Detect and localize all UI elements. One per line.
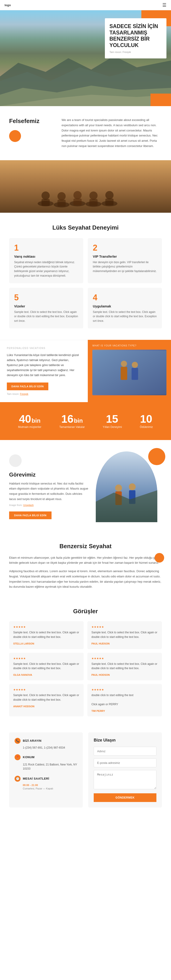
contact-name-input[interactable] — [94, 747, 157, 756]
luxury-card-title-3: Vizeler — [14, 304, 78, 308]
stat-4-number: 10 — [140, 414, 152, 425]
svg-rect-20 — [92, 350, 166, 394]
hero-background: SADECE SİZİN İÇİN TASARLANMIŞ BENZERSİZ … — [0, 10, 171, 106]
unique-text-2: Adipiscing faucibus et ultrices. Lorem a… — [9, 569, 162, 590]
stat-3-number: 15 — [106, 414, 118, 425]
philosophy-title: Felsefemiz — [9, 118, 50, 125]
mission-text: Habitant morbi tristique senectus et. Ne… — [9, 481, 89, 502]
luxury-num-2: 2 — [93, 243, 157, 253]
luxury-card-4: 4 Uygulamak Sample text. Click to select… — [88, 288, 162, 328]
test-stars-3: ★★★★★ — [13, 657, 79, 660]
mission-btn[interactable]: DAHA FAZLA BİLGİ EDİN — [9, 511, 52, 519]
svg-rect-24 — [131, 368, 138, 380]
hours-label: 09:00 - 21:00 — [23, 784, 77, 786]
luxury-section: Lüks Seyahat Deneyimi 1 Varış noktası Se… — [0, 213, 171, 340]
luxury-card-1: 1 Varış noktası Seyahat etmeyi neden ist… — [9, 238, 83, 283]
stat-1-unit: bin — [32, 417, 41, 424]
contact-email-input[interactable] — [94, 758, 157, 767]
luxury-num-3: 5 — [14, 293, 78, 302]
test-name-3: OLGA IVANOVA — [13, 673, 79, 676]
mission-credit: Image from: Unsplash — [9, 504, 89, 506]
hamburger-icon[interactable]: ☰ — [162, 2, 166, 8]
location-section: 📍 KONUM 121 Rock Caldesi, 21 Balboni, Ne… — [14, 754, 77, 771]
personalized-right-tag: WHAT IS YOUR VACATIONS TYPE? — [92, 344, 166, 347]
test-text-5: Sample text. Click to select the text bo… — [13, 693, 79, 702]
contact-message-input[interactable] — [94, 770, 157, 789]
hero-subtitle: Tam rexon: Freepik — [109, 51, 162, 53]
philosophy-left: Felsefemiz — [9, 118, 50, 142]
test-card-2: ★★★★★ Sample text. Click to select the t… — [87, 621, 162, 649]
test-text-2: Sample text. Click to select the text bo… — [92, 630, 158, 640]
svg-rect-7 — [41, 199, 50, 206]
group-photo — [0, 160, 171, 213]
svg-point-9 — [57, 192, 66, 200]
luxury-card-title-1: Varış noktası — [14, 255, 78, 258]
luxury-card-3: 5 Vizeler Sample text. Click to select t… — [9, 288, 83, 328]
philosophy-circle — [9, 130, 21, 142]
contact-form-title: Bize Ulaşın — [94, 738, 157, 743]
svg-point-23 — [132, 362, 138, 368]
luxury-card-title-2: VIP Transferler — [93, 255, 157, 258]
phone-icon: 📞 — [14, 738, 21, 744]
personalized-left: PERSONALIZED VACATIONS Lüks Yunanistan'd… — [0, 340, 88, 402]
test-text-6: double click to start editing the textCl… — [92, 693, 158, 706]
mission-credit-link[interactable]: Unsplash — [23, 504, 34, 506]
mission-image — [96, 452, 157, 522]
address-text: 121 Rock Caldesi, 21 Balboni, New York, … — [14, 762, 77, 771]
personalized-credit-link[interactable]: Freepik — [20, 393, 28, 395]
logo: logo — [5, 3, 11, 7]
stat-2-label: Tamamlanan Vakalar — [59, 425, 85, 429]
luxury-card-title-4: Uygulamak — [93, 304, 157, 308]
testimonials-title: Görüşler — [9, 608, 162, 615]
mission-section: Görevimiz Habitant morbi tristique senec… — [0, 440, 171, 534]
svg-rect-13 — [73, 199, 82, 205]
svg-rect-16 — [89, 199, 98, 206]
test-card-5: ★★★★★ Sample text. Click to select the t… — [9, 684, 84, 716]
mission-right — [96, 452, 162, 522]
stat-2-number: 16 — [61, 414, 73, 425]
contact-section: 📞 BİZİ ARAYIN 1-(234) 567-891, 1-(234) 9… — [0, 728, 171, 821]
location-icon: 📍 — [14, 754, 21, 760]
hero-text-card: SADECE SİZİN İÇİN TASARLANMIŞ BENZERSİZ … — [105, 18, 166, 59]
hours-days: Cumartesi, Pazar — Kapalı — [23, 787, 77, 790]
stats-section: 40 bin Mutmain müşteriler 16 bin Tamamla… — [0, 402, 171, 440]
philosophy-text: We are a team of tourist specialists pas… — [62, 118, 162, 149]
test-stars-1: ★★★★★ — [13, 625, 79, 628]
test-name-4: PAUL HODSON — [92, 673, 158, 676]
svg-point-26 — [115, 485, 122, 492]
stat-1: 40 bin Mutmain müşteriler — [18, 414, 41, 429]
personalized-tag: PERSONALIZED VACATIONS — [7, 347, 81, 349]
unique-text-1: Etiam et minimum ullamcorper, çok fazla … — [9, 555, 162, 566]
address-title: KONUM — [23, 756, 35, 759]
personalized-credit: Tam rexon: Freepik — [7, 393, 81, 395]
test-name-2: PAUL HUDSON — [92, 642, 158, 645]
test-stars-2: ★★★★★ — [92, 625, 158, 628]
luxury-num-1: 1 — [14, 243, 78, 253]
luxury-num-4: 4 — [93, 293, 157, 302]
test-text-4: Sample text. Click to select the text bo… — [92, 662, 158, 671]
personalized-text: Lüks Yunanistan'da köye özel tatillerde … — [7, 353, 81, 378]
personalized-btn[interactable]: DAHA FAZLA BİLGİ EDİN — [7, 382, 48, 390]
luxury-title: Lüks Seyahat Deneyimi — [9, 224, 162, 231]
mission-orange-decor — [148, 448, 165, 465]
hours-section: 🕐 MESAİ SAATLERİ 09:00 - 21:00 Cumartesi… — [14, 776, 77, 790]
luxury-card-text-4: Sample text. Click to select the text bo… — [93, 310, 157, 323]
unique-orange-circle — [155, 553, 164, 563]
call-us-title: BİZİ ARAYIN — [23, 739, 41, 742]
test-card-3: ★★★★★ Sample text. Click to select the t… — [9, 653, 84, 681]
svg-point-15 — [89, 191, 98, 200]
test-name-6: TIM PERRY — [92, 710, 158, 712]
svg-point-18 — [105, 191, 114, 199]
unique-section: Benzersiz Seyahat Etiam et minimum ullam… — [0, 534, 171, 601]
stat-1-number: 40 — [19, 414, 31, 425]
test-text-1: Sample text. Click to select the text bo… — [13, 630, 79, 640]
svg-rect-10 — [57, 200, 66, 207]
luxury-grid: 1 Varış noktası Seyahat etmeyi neden ist… — [9, 238, 162, 329]
hero-orange-bottom — [150, 94, 171, 106]
testimonials-section: Görüşler ★★★★★ Sample text. Click to sel… — [0, 601, 171, 728]
contact-submit-btn[interactable]: GÖNDERMEK — [94, 793, 157, 802]
contact-info-col: 📞 BİZİ ARAYIN 1-(234) 567-891, 1-(234) 9… — [9, 732, 83, 807]
stat-2: 16 bin Tamamlanan Vakalar — [59, 414, 85, 429]
test-card-4: ★★★★★ Sample text. Click to select the t… — [87, 653, 162, 681]
svg-point-21 — [121, 361, 127, 367]
